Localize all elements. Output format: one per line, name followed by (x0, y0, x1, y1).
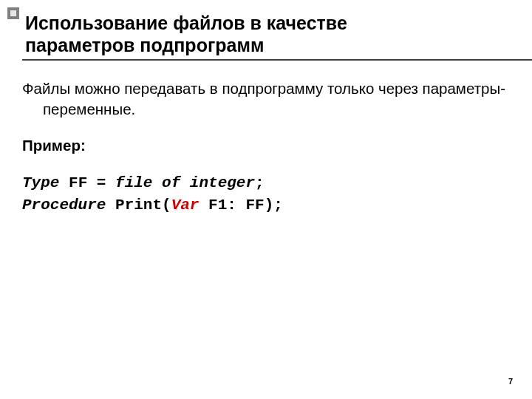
example-label: Пример: (22, 135, 510, 156)
keyword-procedure: Procedure (22, 197, 106, 214)
keyword-type: Type (22, 174, 59, 191)
title-line-1: Использование файлов в качестве (25, 13, 347, 33)
code-text: F1: FF); (199, 197, 282, 214)
keyword-var: Var (171, 197, 200, 214)
page-number: 7 (508, 377, 513, 386)
title-line-2: параметров подпрограмм (25, 35, 264, 55)
title-underline (22, 59, 532, 61)
title-bullet-icon (7, 7, 19, 19)
slide: Использование файлов в качестве параметр… (0, 0, 532, 399)
intro-paragraph: Файлы можно передавать в подпрограмму то… (22, 78, 510, 119)
code-text: FF = (59, 174, 115, 191)
code-line-2: Procedure Print(Var F1: FF); (22, 194, 510, 216)
code-text: Print( (106, 197, 171, 214)
code-line-1: Type FF = file of integer; (22, 172, 510, 194)
code-text: ; (255, 174, 265, 191)
keyword-file-of-integer: file of integer (115, 174, 255, 191)
slide-body: Файлы можно передавать в подпрограмму то… (22, 78, 510, 217)
slide-title: Использование файлов в качестве параметр… (25, 12, 510, 56)
code-block: Type FF = file of integer; Procedure Pri… (22, 172, 510, 217)
